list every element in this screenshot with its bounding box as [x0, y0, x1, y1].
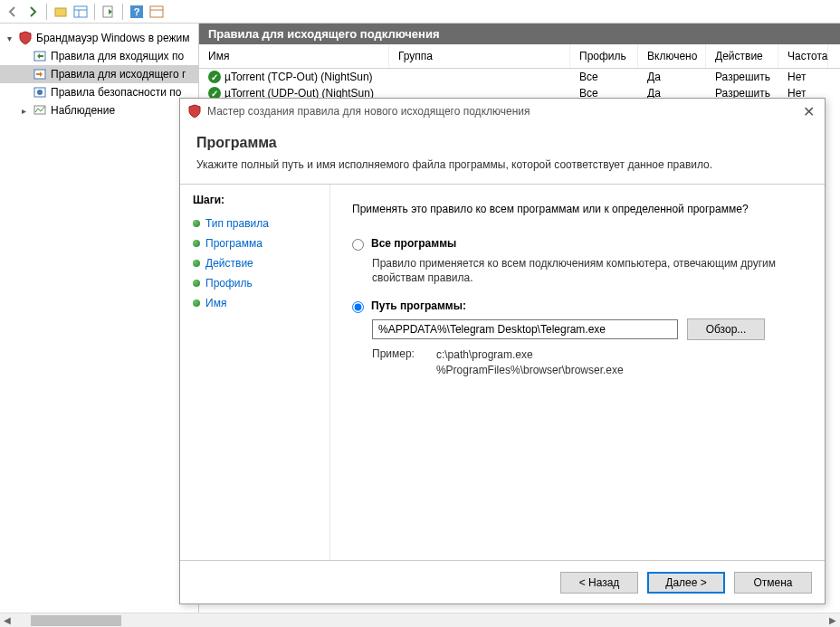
radio-program-path[interactable] [352, 301, 364, 313]
radio-all-programs[interactable] [352, 239, 364, 251]
close-button[interactable]: ✕ [799, 102, 817, 120]
tree-label: Наблюдение [51, 104, 115, 117]
wizard-steps: Шаги: Тип правила Программа Действие Про… [180, 185, 329, 560]
panel-icon [149, 5, 164, 19]
cell-rate: Нет [778, 69, 828, 85]
scroll-right-icon[interactable]: ▶ [826, 614, 840, 627]
horizontal-scrollbar[interactable]: ◀ ▶ [0, 613, 840, 627]
toolbar: ? [0, 0, 840, 24]
svg-rect-7 [150, 6, 163, 17]
wizard-footer: < Назад Далее > Отмена [180, 560, 825, 603]
col-rate[interactable]: Частота [778, 44, 828, 68]
radio-all-description: Правило применяется ко всем подключениям… [372, 256, 803, 285]
close-icon: ✕ [803, 103, 815, 120]
arrow-left-icon [6, 5, 19, 18]
radio-path-label: Путь программы: [371, 299, 466, 312]
nav-tree: ▾ Брандмауэр Windows в режим Правила для… [0, 24, 199, 627]
svg-rect-0 [55, 8, 66, 16]
scroll-left-icon[interactable]: ◀ [0, 614, 14, 627]
back-button[interactable]: < Назад [560, 572, 638, 594]
toolbar-action-4[interactable] [148, 3, 166, 21]
cell-enabled: Да [638, 69, 706, 85]
check-icon: ✓ [208, 71, 221, 83]
help-icon: ? [129, 5, 144, 19]
step-action[interactable]: Действие [193, 253, 317, 273]
outbound-icon [33, 67, 47, 81]
toolbar-action-1[interactable] [52, 3, 70, 21]
tree-root[interactable]: ▾ Брандмауэр Windows в режим [0, 29, 198, 47]
col-name[interactable]: Имя [199, 44, 389, 68]
step-dot-icon [193, 220, 200, 227]
svg-point-12 [37, 90, 43, 95]
radio-all-label: Все программы [371, 237, 456, 250]
col-group[interactable]: Группа [389, 44, 570, 68]
example-path-2: %ProgramFiles%\browser\browser.exe [436, 363, 624, 377]
wizard-description: Укажите полный путь и имя исполняемого ф… [196, 158, 808, 171]
step-rule-type[interactable]: Тип правила [193, 214, 317, 233]
scrollbar-thumb[interactable] [31, 615, 121, 626]
toolbar-action-3[interactable] [100, 3, 118, 21]
step-dot-icon [193, 299, 200, 307]
steps-title: Шаги: [193, 194, 317, 206]
wizard-content: Применять это правило ко всем программам… [329, 185, 825, 560]
step-label: Действие [205, 257, 253, 270]
tree-label: Правила для исходящего г [51, 68, 186, 81]
wizard-dialog: Мастер создания правила для нового исход… [179, 98, 826, 604]
wizard-question: Применять это правило ко всем программам… [352, 203, 803, 215]
col-action[interactable]: Действие [706, 44, 778, 68]
tree-item-inbound[interactable]: Правила для входящих по [0, 47, 198, 65]
firewall-icon [187, 104, 202, 119]
step-profile[interactable]: Профиль [193, 273, 317, 293]
layout-icon [73, 5, 88, 19]
back-button[interactable] [4, 3, 22, 21]
folder-icon [53, 5, 68, 19]
tree-item-outbound[interactable]: Правила для исходящего г [0, 65, 198, 83]
wizard-heading: Программа [196, 135, 808, 151]
wizard-title-text: Мастер создания правила для нового исход… [207, 105, 530, 118]
step-name[interactable]: Имя [193, 293, 317, 313]
wizard-header: Программа Укажите полный путь и имя испо… [180, 124, 825, 184]
example-label: Пример: [372, 347, 415, 376]
tree-root-label: Брандмауэр Windows в режим [36, 32, 190, 44]
arrow-right-icon [26, 5, 39, 18]
step-label: Профиль [205, 277, 253, 290]
step-dot-icon [193, 260, 200, 267]
browse-button[interactable]: Обзор... [687, 318, 765, 340]
program-path-input[interactable] [372, 319, 678, 339]
example-path-1: c:\path\program.exe [436, 347, 624, 362]
table-row[interactable]: ✓µTorrent (TCP-Out) (NightSun) Все Да Ра… [199, 69, 840, 85]
cancel-button[interactable]: Отмена [734, 572, 812, 594]
step-label: Программа [205, 237, 262, 250]
tree-label: Правила для входящих по [51, 50, 184, 62]
grid-header: Имя Группа Профиль Включено Действие Час… [199, 44, 840, 69]
example-paths: c:\path\program.exe %ProgramFiles%\brows… [436, 347, 624, 376]
cell-action: Разрешить [706, 69, 778, 85]
security-icon [33, 85, 47, 100]
col-profile[interactable]: Профиль [570, 44, 638, 68]
cell-group [389, 69, 570, 85]
tree-label: Правила безопасности по [51, 86, 181, 99]
step-dot-icon [193, 280, 200, 287]
option-all-programs[interactable]: Все программы [352, 237, 803, 251]
export-icon [101, 5, 116, 19]
expand-icon[interactable]: ▾ [4, 33, 14, 43]
step-program[interactable]: Программа [193, 233, 317, 253]
svg-text:?: ? [134, 6, 140, 17]
forward-button[interactable] [24, 3, 42, 21]
monitoring-icon [33, 103, 47, 118]
toolbar-action-2[interactable] [72, 3, 90, 21]
inbound-icon [33, 49, 47, 63]
col-enabled[interactable]: Включено [638, 44, 706, 68]
step-dot-icon [193, 240, 200, 247]
step-label: Тип правила [205, 217, 269, 230]
next-button[interactable]: Далее > [647, 572, 725, 594]
tree-item-security[interactable]: Правила безопасности по [0, 83, 198, 101]
firewall-icon [18, 31, 33, 45]
expand-icon[interactable]: ▸ [18, 105, 29, 116]
cell-profile: Все [570, 69, 638, 85]
tree-item-monitoring[interactable]: ▸ Наблюдение [0, 101, 198, 119]
option-program-path[interactable]: Путь программы: [352, 299, 803, 313]
help-button[interactable]: ? [128, 3, 146, 21]
step-label: Имя [205, 297, 226, 309]
wizard-titlebar[interactable]: Мастер создания правила для нового исход… [180, 99, 825, 124]
